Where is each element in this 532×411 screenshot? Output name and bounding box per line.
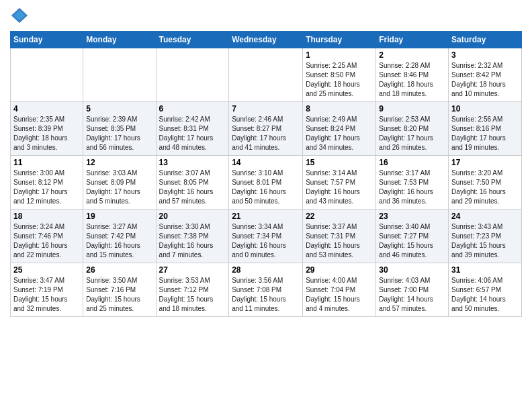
day-header-tuesday: Tuesday — [156, 32, 229, 48]
day-info: Sunrise: 3:14 AMSunset: 7:57 PMDaylight:… — [306, 169, 373, 206]
day-info: Sunrise: 2:56 AMSunset: 8:16 PMDaylight:… — [451, 115, 519, 152]
day-number: 2 — [379, 50, 445, 60]
day-header-thursday: Thursday — [303, 32, 376, 48]
calendar-cell: 7Sunrise: 2:46 AMSunset: 8:27 PMDaylight… — [229, 102, 303, 156]
day-header-monday: Monday — [83, 32, 156, 48]
page: SundayMondayTuesdayWednesdayThursdayFrid… — [0, 0, 532, 411]
day-info: Sunrise: 2:49 AMSunset: 8:24 PMDaylight:… — [306, 115, 373, 152]
day-number: 27 — [159, 265, 226, 275]
day-info: Sunrise: 3:03 AMSunset: 8:09 PMDaylight:… — [86, 169, 152, 206]
day-info: Sunrise: 3:10 AMSunset: 8:01 PMDaylight:… — [232, 169, 300, 206]
calendar-cell: 29Sunrise: 4:00 AMSunset: 7:04 PMDayligh… — [303, 263, 376, 317]
calendar-cell: 28Sunrise: 3:56 AMSunset: 7:08 PMDayligh… — [229, 263, 303, 317]
day-number: 1 — [306, 50, 373, 60]
day-info: Sunrise: 2:32 AMSunset: 8:42 PMDaylight:… — [451, 61, 519, 99]
day-number: 22 — [306, 212, 373, 221]
calendar-cell: 23Sunrise: 3:40 AMSunset: 7:27 PMDayligh… — [376, 210, 449, 263]
calendar-cell: 9Sunrise: 2:53 AMSunset: 8:20 PMDaylight… — [376, 102, 449, 156]
calendar-cell — [11, 48, 83, 102]
day-number: 25 — [13, 265, 80, 275]
day-info: Sunrise: 2:28 AMSunset: 8:46 PMDaylight:… — [379, 61, 445, 99]
day-info: Sunrise: 3:20 AMSunset: 7:50 PMDaylight:… — [451, 169, 519, 206]
day-info: Sunrise: 3:43 AMSunset: 7:23 PMDaylight:… — [451, 222, 519, 260]
day-number: 20 — [159, 212, 226, 221]
day-number: 11 — [13, 158, 80, 167]
calendar-cell: 4Sunrise: 2:35 AMSunset: 8:39 PMDaylight… — [11, 102, 83, 156]
day-number: 18 — [13, 212, 80, 221]
day-header-friday: Friday — [376, 32, 449, 48]
day-number: 6 — [159, 104, 226, 113]
day-info: Sunrise: 3:40 AMSunset: 7:27 PMDaylight:… — [379, 222, 445, 260]
calendar-cell: 14Sunrise: 3:10 AMSunset: 8:01 PMDayligh… — [229, 156, 303, 210]
week-row-3: 11Sunrise: 3:00 AMSunset: 8:12 PMDayligh… — [11, 156, 522, 210]
calendar-cell: 12Sunrise: 3:03 AMSunset: 8:09 PMDayligh… — [83, 156, 156, 210]
day-number: 17 — [451, 158, 519, 167]
calendar-cell: 21Sunrise: 3:34 AMSunset: 7:34 PMDayligh… — [229, 210, 303, 263]
day-header-wednesday: Wednesday — [229, 32, 303, 48]
day-info: Sunrise: 2:42 AMSunset: 8:31 PMDaylight:… — [159, 115, 226, 152]
week-row-5: 25Sunrise: 3:47 AMSunset: 7:19 PMDayligh… — [11, 263, 522, 317]
day-info: Sunrise: 3:50 AMSunset: 7:16 PMDaylight:… — [86, 276, 152, 314]
week-row-2: 4Sunrise: 2:35 AMSunset: 8:39 PMDaylight… — [11, 102, 522, 156]
calendar-cell — [156, 48, 229, 102]
day-info: Sunrise: 2:53 AMSunset: 8:20 PMDaylight:… — [379, 115, 445, 152]
day-header-sunday: Sunday — [11, 32, 83, 48]
calendar-cell — [229, 48, 303, 102]
day-info: Sunrise: 3:37 AMSunset: 7:31 PMDaylight:… — [306, 222, 373, 260]
calendar-cell: 30Sunrise: 4:03 AMSunset: 7:00 PMDayligh… — [376, 263, 449, 317]
day-number: 9 — [379, 104, 445, 113]
day-info: Sunrise: 2:25 AMSunset: 8:50 PMDaylight:… — [306, 61, 373, 99]
calendar-cell: 11Sunrise: 3:00 AMSunset: 8:12 PMDayligh… — [11, 156, 83, 210]
calendar-cell: 18Sunrise: 3:24 AMSunset: 7:46 PMDayligh… — [11, 210, 83, 263]
day-number: 19 — [86, 212, 152, 221]
day-info: Sunrise: 4:06 AMSunset: 6:57 PMDaylight:… — [451, 276, 519, 314]
day-info: Sunrise: 3:56 AMSunset: 7:08 PMDaylight:… — [232, 276, 300, 314]
day-number: 30 — [379, 265, 445, 275]
calendar-cell: 2Sunrise: 2:28 AMSunset: 8:46 PMDaylight… — [376, 48, 449, 102]
day-number: 28 — [232, 265, 300, 275]
day-info: Sunrise: 3:07 AMSunset: 8:05 PMDaylight:… — [159, 169, 226, 206]
calendar-cell: 15Sunrise: 3:14 AMSunset: 7:57 PMDayligh… — [303, 156, 376, 210]
calendar-cell: 31Sunrise: 4:06 AMSunset: 6:57 PMDayligh… — [449, 263, 522, 317]
calendar-cell: 22Sunrise: 3:37 AMSunset: 7:31 PMDayligh… — [303, 210, 376, 263]
logo-icon — [10, 7, 29, 26]
calendar-cell: 20Sunrise: 3:30 AMSunset: 7:38 PMDayligh… — [156, 210, 229, 263]
day-number: 24 — [451, 212, 519, 221]
day-number: 26 — [86, 265, 152, 275]
day-number: 7 — [232, 104, 300, 113]
day-number: 10 — [451, 104, 519, 113]
day-info: Sunrise: 3:53 AMSunset: 7:12 PMDaylight:… — [159, 276, 226, 314]
day-number: 12 — [86, 158, 152, 167]
calendar-cell — [83, 48, 156, 102]
day-number: 14 — [232, 158, 300, 167]
day-info: Sunrise: 3:47 AMSunset: 7:19 PMDaylight:… — [13, 276, 80, 314]
calendar-cell: 25Sunrise: 3:47 AMSunset: 7:19 PMDayligh… — [11, 263, 83, 317]
calendar-cell: 13Sunrise: 3:07 AMSunset: 8:05 PMDayligh… — [156, 156, 229, 210]
day-number: 31 — [451, 265, 519, 275]
calendar-cell: 26Sunrise: 3:50 AMSunset: 7:16 PMDayligh… — [83, 263, 156, 317]
day-info: Sunrise: 4:03 AMSunset: 7:00 PMDaylight:… — [379, 276, 445, 314]
day-number: 23 — [379, 212, 445, 221]
day-info: Sunrise: 3:27 AMSunset: 7:42 PMDaylight:… — [86, 222, 152, 260]
day-info: Sunrise: 2:46 AMSunset: 8:27 PMDaylight:… — [232, 115, 300, 152]
calendar-cell: 8Sunrise: 2:49 AMSunset: 8:24 PMDaylight… — [303, 102, 376, 156]
calendar-cell: 6Sunrise: 2:42 AMSunset: 8:31 PMDaylight… — [156, 102, 229, 156]
calendar-cell: 24Sunrise: 3:43 AMSunset: 7:23 PMDayligh… — [449, 210, 522, 263]
day-number: 8 — [306, 104, 373, 113]
calendar-cell: 3Sunrise: 2:32 AMSunset: 8:42 PMDaylight… — [449, 48, 522, 102]
calendar-header-row: SundayMondayTuesdayWednesdayThursdayFrid… — [11, 32, 522, 48]
header — [10, 7, 522, 26]
day-info: Sunrise: 2:39 AMSunset: 8:35 PMDaylight:… — [86, 115, 152, 152]
calendar-cell: 17Sunrise: 3:20 AMSunset: 7:50 PMDayligh… — [449, 156, 522, 210]
calendar-table: SundayMondayTuesdayWednesdayThursdayFrid… — [10, 31, 522, 317]
day-info: Sunrise: 3:34 AMSunset: 7:34 PMDaylight:… — [232, 222, 300, 260]
day-info: Sunrise: 3:00 AMSunset: 8:12 PMDaylight:… — [13, 169, 80, 206]
calendar-cell: 1Sunrise: 2:25 AMSunset: 8:50 PMDaylight… — [303, 48, 376, 102]
day-number: 5 — [86, 104, 152, 113]
day-number: 15 — [306, 158, 373, 167]
calendar-cell: 10Sunrise: 2:56 AMSunset: 8:16 PMDayligh… — [449, 102, 522, 156]
day-number: 21 — [232, 212, 300, 221]
day-header-saturday: Saturday — [449, 32, 522, 48]
calendar-cell: 16Sunrise: 3:17 AMSunset: 7:53 PMDayligh… — [376, 156, 449, 210]
day-info: Sunrise: 4:00 AMSunset: 7:04 PMDaylight:… — [306, 276, 373, 314]
